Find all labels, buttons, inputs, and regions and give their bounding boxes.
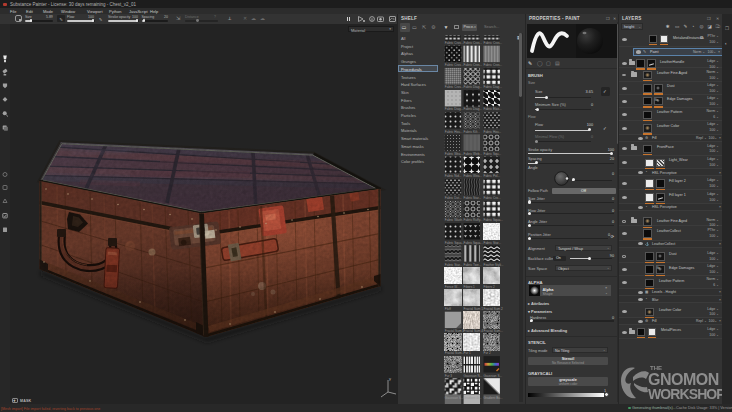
svg-text:y: y [389, 376, 391, 381]
svg-text:WORKSHOP: WORKSHOP [648, 386, 722, 402]
